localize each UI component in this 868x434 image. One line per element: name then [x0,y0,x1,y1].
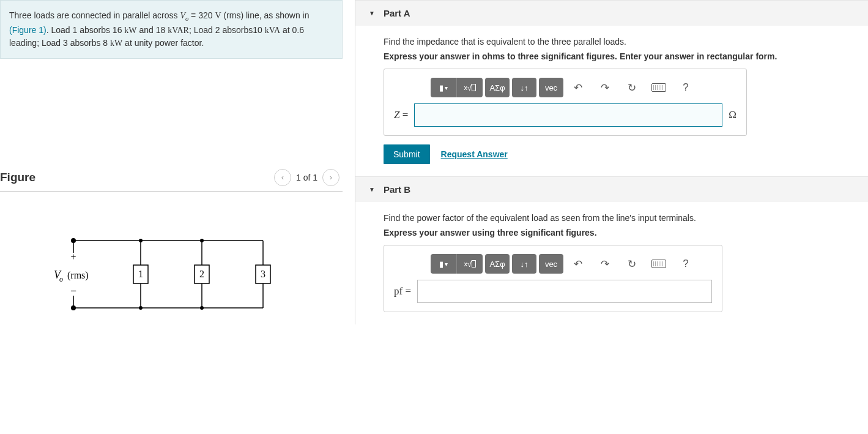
text: . Load 1 absorbs 16 [46,25,125,35]
svg-text:−: − [70,285,76,297]
unit-kva: kVA [265,26,280,35]
figure-nav: ‹ 1 of 1 › [274,169,339,186]
text: at unity power factor. [122,38,204,48]
text: (rms) line, as shown in [221,10,310,20]
sqrt-button[interactable]: x√ [456,78,483,97]
part-a-answer-box: ▮▾ x√ ΑΣφ ↓↑ vec ↶ ↷ ↻ ? Z = Ω [384,69,747,136]
reset-button[interactable]: ↻ [620,78,644,97]
keyboard-button[interactable] [647,78,671,97]
svg-text:o: o [59,275,63,283]
part-a-header[interactable]: ▼ Part A [355,0,868,26]
undo-button[interactable]: ↶ [566,254,590,274]
svg-text:(rms): (rms) [67,270,89,281]
request-answer-link[interactable]: Request Answer [441,149,508,159]
vec-button[interactable]: vec [539,78,563,97]
text: and 18 [137,25,168,35]
figure-title: Figure [0,171,35,184]
keyboard-icon [651,260,666,268]
subsup-button[interactable]: ↓↑ [512,254,536,274]
problem-statement: Three loads are connected in parallel ac… [0,0,343,59]
templates-button[interactable]: ▮▾ [431,78,456,97]
caret-down-icon: ▼ [369,186,375,193]
unit-kw: kW [110,39,122,48]
caret-down-icon: ▼ [369,10,375,17]
help-button[interactable]: ? [673,254,698,274]
unit-v: V [215,11,221,20]
figure-count: 1 of 1 [296,173,317,182]
var-pf-label: pf = [394,285,411,297]
part-b-header[interactable]: ▼ Part B [355,176,868,202]
redo-button[interactable]: ↷ [593,78,617,97]
next-figure-button[interactable]: › [322,169,339,186]
var-v: V [180,11,185,20]
equation-toolbar: ▮▾ x√ ΑΣφ ↓↑ vec ↶ ↷ ↻ ? [431,78,736,97]
svg-text:1: 1 [138,269,143,279]
vec-button[interactable]: vec [539,254,563,274]
greek-button[interactable]: ΑΣφ [485,254,510,274]
var-z-label: Z = [394,109,408,121]
part-b-body: Find the power factor of the equivalent … [355,202,868,324]
templates-button[interactable]: ▮▾ [431,254,456,274]
part-b-prompt: Find the power factor of the equivalent … [384,213,855,223]
figure-header: Figure ‹ 1 of 1 › [0,169,343,192]
part-a-input[interactable] [414,103,722,127]
text: Three loads are connected in parallel ac… [9,10,180,20]
text: = 320 [188,10,215,20]
part-b-input[interactable] [417,280,712,303]
greek-button[interactable]: ΑΣφ [485,78,510,97]
svg-text:+: + [70,252,76,262]
redo-button[interactable]: ↷ [593,254,617,274]
sqrt-button[interactable]: x√ [456,254,483,274]
undo-button[interactable]: ↶ [566,78,590,97]
unit-ohm: Ω [729,109,736,121]
part-a-title: Part A [384,8,410,18]
reset-button[interactable]: ↻ [620,254,644,274]
unit-kvar: kVAR [168,26,189,35]
submit-button[interactable]: Submit [384,144,430,164]
svg-text:2: 2 [199,269,204,279]
part-a-body: Find the impedance that is equivalent to… [355,26,868,176]
prev-figure-button[interactable]: ‹ [274,169,291,186]
part-a-prompt: Find the impedance that is equivalent to… [384,37,855,47]
part-b-answer-box: ▮▾ x√ ΑΣφ ↓↑ vec ↶ ↷ ↻ ? pf = [384,245,722,312]
help-button[interactable]: ? [673,78,698,97]
equation-toolbar: ▮▾ x√ ΑΣφ ↓↑ vec ↶ ↷ ↻ ? [431,254,712,274]
circuit-diagram: 1 2 3 + − V o (rms) [49,228,343,328]
part-b-instruct: Express your answer using three signific… [384,228,855,238]
svg-text:3: 3 [261,269,265,279]
part-b-title: Part B [384,184,410,195]
keyboard-button[interactable] [647,254,671,274]
part-a-instruct: Express your answer in ohms to three sig… [384,51,855,61]
keyboard-icon [651,83,666,92]
unit-kw: kW [124,26,136,35]
subsup-button[interactable]: ↓↑ [512,78,536,97]
figure-link[interactable]: (Figure 1) [9,25,46,35]
text: ; Load 2 absorbs10 [189,25,265,35]
